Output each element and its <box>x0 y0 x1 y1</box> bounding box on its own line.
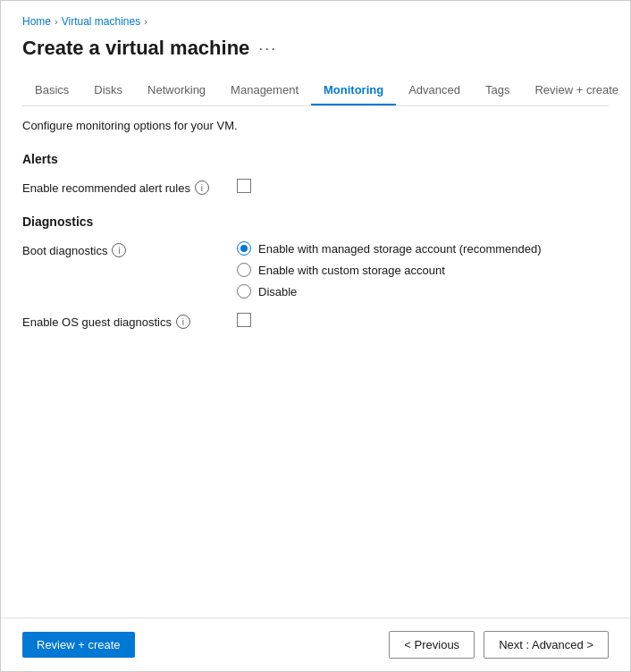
breadcrumb: Home › Virtual machines › <box>22 15 609 28</box>
footer: Review + create < Previous Next : Advanc… <box>1 617 630 671</box>
tab-tags[interactable]: Tags <box>473 76 522 105</box>
enable-alert-rules-control <box>237 179 609 193</box>
main-window: Home › Virtual machines › Create a virtu… <box>0 0 631 672</box>
boot-diagnostics-text: Boot diagnostics <box>22 244 107 257</box>
boot-diagnostics-custom-label: Enable with custom storage account <box>258 264 445 277</box>
os-guest-diagnostics-control <box>237 313 609 327</box>
tab-networking[interactable]: Networking <box>135 76 218 105</box>
tab-management[interactable]: Management <box>218 76 311 105</box>
more-options-button[interactable]: ··· <box>258 39 277 58</box>
page-title-row: Create a virtual machine ··· <box>22 37 609 60</box>
boot-diagnostics-row: Boot diagnostics i Enable with managed s… <box>22 241 609 298</box>
boot-diagnostics-custom-option[interactable]: Enable with custom storage account <box>237 263 609 277</box>
boot-diagnostics-label: Boot diagnostics i <box>22 241 237 257</box>
tab-description: Configure monitoring options for your VM… <box>22 119 609 132</box>
enable-alert-rules-row: Enable recommended alert rules i <box>22 179 609 195</box>
breadcrumb-sep2: › <box>144 16 147 27</box>
review-create-button[interactable]: Review + create <box>22 632 135 658</box>
os-guest-diagnostics-label: Enable OS guest diagnostics i <box>22 313 237 329</box>
alerts-section: Alerts Enable recommended alert rules i <box>22 152 609 195</box>
tab-basics[interactable]: Basics <box>22 76 81 105</box>
boot-diagnostics-managed-option[interactable]: Enable with managed storage account (rec… <box>237 241 609 256</box>
tab-advanced[interactable]: Advanced <box>396 76 473 105</box>
os-guest-diagnostics-text: Enable OS guest diagnostics <box>22 315 172 329</box>
tab-review-create[interactable]: Review + create <box>522 76 631 105</box>
boot-diagnostics-custom-radio[interactable] <box>237 263 251 277</box>
os-guest-diagnostics-row: Enable OS guest diagnostics i <box>22 313 609 329</box>
boot-diagnostics-managed-label: Enable with managed storage account (rec… <box>258 242 542 256</box>
boot-diagnostics-managed-radio[interactable] <box>237 241 251 256</box>
boot-diagnostics-control: Enable with managed storage account (rec… <box>237 241 609 298</box>
content-area: Home › Virtual machines › Create a virtu… <box>1 1 630 617</box>
enable-alert-rules-info-icon[interactable]: i <box>195 181 209 195</box>
enable-alert-rules-checkbox[interactable] <box>237 179 251 193</box>
diagnostics-section-title: Diagnostics <box>22 214 609 229</box>
breadcrumb-sep1: › <box>55 16 58 27</box>
os-guest-diagnostics-checkbox[interactable] <box>237 313 251 327</box>
breadcrumb-virtual-machines[interactable]: Virtual machines <box>62 15 141 28</box>
alerts-section-title: Alerts <box>22 152 609 166</box>
previous-button[interactable]: < Previous <box>389 631 475 659</box>
boot-diagnostics-disable-option[interactable]: Disable <box>237 284 609 298</box>
tabs-bar: Basics Disks Networking Management Monit… <box>22 76 609 106</box>
os-guest-diagnostics-info-icon[interactable]: i <box>176 315 190 329</box>
breadcrumb-home[interactable]: Home <box>22 15 51 28</box>
boot-diagnostics-info-icon[interactable]: i <box>112 243 126 257</box>
boot-diagnostics-disable-radio[interactable] <box>237 284 251 298</box>
tab-disks[interactable]: Disks <box>81 76 135 105</box>
enable-alert-rules-label: Enable recommended alert rules i <box>22 179 237 195</box>
boot-diagnostics-disable-label: Disable <box>258 285 297 298</box>
enable-alert-rules-text: Enable recommended alert rules <box>22 181 190 195</box>
page-title: Create a virtual machine <box>22 37 249 60</box>
next-advanced-button[interactable]: Next : Advanced > <box>484 631 609 659</box>
tab-monitoring[interactable]: Monitoring <box>311 76 396 105</box>
diagnostics-section: Diagnostics Boot diagnostics i Enable wi… <box>22 214 609 329</box>
